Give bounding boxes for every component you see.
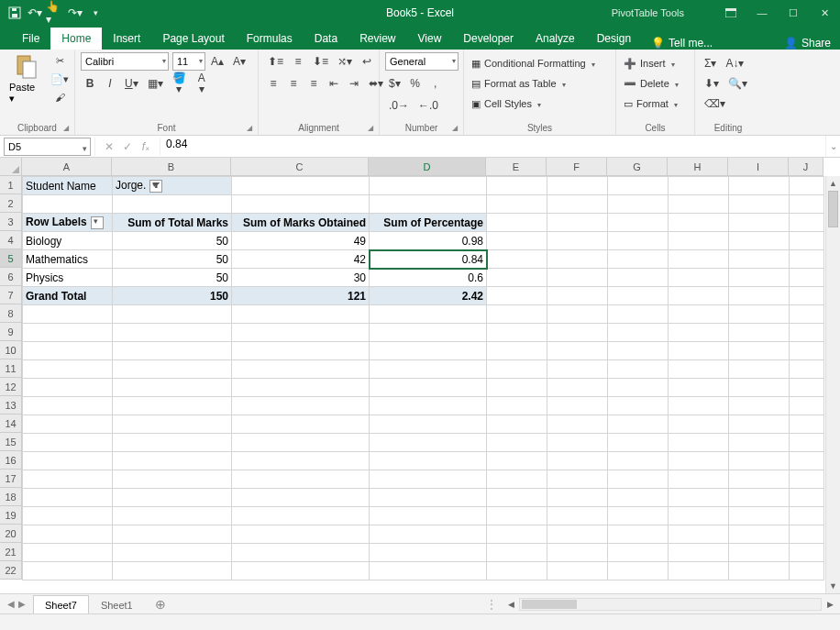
- cell-I14[interactable]: [729, 415, 790, 434]
- alignment-dialog-launcher[interactable]: ◢: [368, 124, 373, 132]
- cell-I12[interactable]: [729, 379, 790, 397]
- row-header-22[interactable]: 22: [0, 561, 21, 580]
- cell-A20[interactable]: [23, 525, 113, 544]
- increase-indent-button[interactable]: ⇥: [345, 74, 363, 93]
- cell-B15[interactable]: [113, 434, 232, 452]
- cell-I6[interactable]: [729, 269, 790, 287]
- cell-F5[interactable]: [547, 250, 608, 269]
- cell-A21[interactable]: [23, 544, 113, 562]
- cell-H20[interactable]: [669, 525, 729, 544]
- cell-B11[interactable]: [113, 360, 232, 379]
- cell-H18[interactable]: [669, 489, 729, 507]
- cell-H15[interactable]: [669, 434, 729, 452]
- cell-H4[interactable]: [669, 232, 729, 250]
- row-header-4[interactable]: 4: [0, 231, 21, 249]
- copy-button[interactable]: 📄▾: [50, 71, 69, 87]
- cell-I4[interactable]: [729, 232, 790, 250]
- cell-I8[interactable]: [729, 305, 790, 324]
- column-header-J[interactable]: J: [789, 158, 823, 175]
- cell-E9[interactable]: [487, 324, 547, 342]
- cell-C4[interactable]: 49: [232, 232, 370, 250]
- scroll-down-button[interactable]: ▼: [826, 579, 840, 593]
- cell-E6[interactable]: [487, 269, 547, 287]
- cell-F1[interactable]: [547, 177, 608, 195]
- cell-E8[interactable]: [487, 305, 547, 324]
- cell-G2[interactable]: [608, 195, 669, 214]
- orientation-button[interactable]: ⤭▾: [334, 52, 356, 71]
- cell-C2[interactable]: [232, 195, 370, 214]
- cell-G13[interactable]: [608, 397, 669, 415]
- cell-B3[interactable]: Sum of Total Marks: [113, 214, 232, 232]
- format-painter-button[interactable]: 🖌: [50, 89, 69, 105]
- cell-B8[interactable]: [113, 305, 232, 324]
- tab-file[interactable]: File: [11, 28, 50, 50]
- cell-B18[interactable]: [113, 489, 232, 507]
- cell-G22[interactable]: [608, 562, 669, 580]
- cell-J19[interactable]: [790, 507, 824, 525]
- cell-A22[interactable]: [23, 562, 113, 580]
- cell-J15[interactable]: [790, 434, 824, 452]
- cell-G4[interactable]: [608, 232, 669, 250]
- cell-C22[interactable]: [232, 562, 370, 580]
- cell-J21[interactable]: [790, 544, 824, 562]
- cell-B19[interactable]: [113, 507, 232, 525]
- cell-B21[interactable]: [113, 544, 232, 562]
- row-header-2[interactable]: 2: [0, 194, 21, 213]
- cell-D14[interactable]: [370, 415, 487, 434]
- column-header-F[interactable]: F: [547, 158, 607, 175]
- cell-E15[interactable]: [487, 434, 547, 452]
- cell-A12[interactable]: [23, 379, 113, 397]
- cell-F16[interactable]: [547, 452, 608, 470]
- font-size-combo[interactable]: 11: [172, 52, 205, 71]
- sheet-nav-next[interactable]: ▶: [18, 599, 26, 609]
- cell-A9[interactable]: [23, 324, 113, 342]
- cell-B9[interactable]: [113, 324, 232, 342]
- row-header-20[interactable]: 20: [0, 525, 21, 543]
- cell-D6[interactable]: 0.6: [370, 269, 487, 287]
- column-header-I[interactable]: I: [728, 158, 789, 175]
- cell-E13[interactable]: [487, 397, 547, 415]
- tab-view[interactable]: View: [407, 28, 453, 50]
- cell-D2[interactable]: [370, 195, 487, 214]
- cell-F10[interactable]: [547, 342, 608, 360]
- cell-D9[interactable]: [370, 324, 487, 342]
- cell-I11[interactable]: [729, 360, 790, 379]
- cell-C5[interactable]: 42: [232, 250, 370, 269]
- cell-E19[interactable]: [487, 507, 547, 525]
- cell-G16[interactable]: [608, 452, 669, 470]
- cell-C1[interactable]: [232, 177, 370, 195]
- tab-formulas[interactable]: Formulas: [236, 28, 304, 50]
- cell-C11[interactable]: [232, 360, 370, 379]
- sheet-tab-other[interactable]: Sheet1: [89, 595, 145, 615]
- cell-H22[interactable]: [669, 562, 729, 580]
- clear-button[interactable]: ⌫▾: [701, 94, 729, 113]
- number-dialog-launcher[interactable]: ◢: [452, 124, 458, 132]
- cell-C17[interactable]: [232, 470, 370, 489]
- cell-A14[interactable]: [23, 415, 113, 434]
- cell-A10[interactable]: [23, 342, 113, 360]
- increase-font-size-button[interactable]: A▴: [207, 52, 227, 71]
- align-left-button[interactable]: ≡: [264, 74, 282, 93]
- cell-H1[interactable]: [669, 177, 729, 195]
- formula-input[interactable]: 0.84: [160, 138, 825, 156]
- column-header-A[interactable]: A: [22, 158, 112, 175]
- cell-E21[interactable]: [487, 544, 547, 562]
- cell-C21[interactable]: [232, 544, 370, 562]
- cell-A15[interactable]: [23, 434, 113, 452]
- increase-decimal-button[interactable]: .0→: [385, 96, 413, 115]
- cell-D13[interactable]: [370, 397, 487, 415]
- cell-G18[interactable]: [608, 489, 669, 507]
- cell-D16[interactable]: [370, 452, 487, 470]
- cell-E12[interactable]: [487, 379, 547, 397]
- cell-I13[interactable]: [729, 397, 790, 415]
- cell-F15[interactable]: [547, 434, 608, 452]
- cell-A17[interactable]: [23, 470, 113, 489]
- cell-D21[interactable]: [370, 544, 487, 562]
- column-header-D[interactable]: D: [369, 158, 486, 175]
- cell-G8[interactable]: [608, 305, 669, 324]
- cell-E1[interactable]: [487, 177, 547, 195]
- cell-I1[interactable]: [729, 177, 790, 195]
- touch-mode-icon[interactable]: 👆▾: [46, 4, 64, 22]
- pivot-filter-dropdown[interactable]: [149, 180, 162, 193]
- row-header-9[interactable]: 9: [0, 323, 21, 341]
